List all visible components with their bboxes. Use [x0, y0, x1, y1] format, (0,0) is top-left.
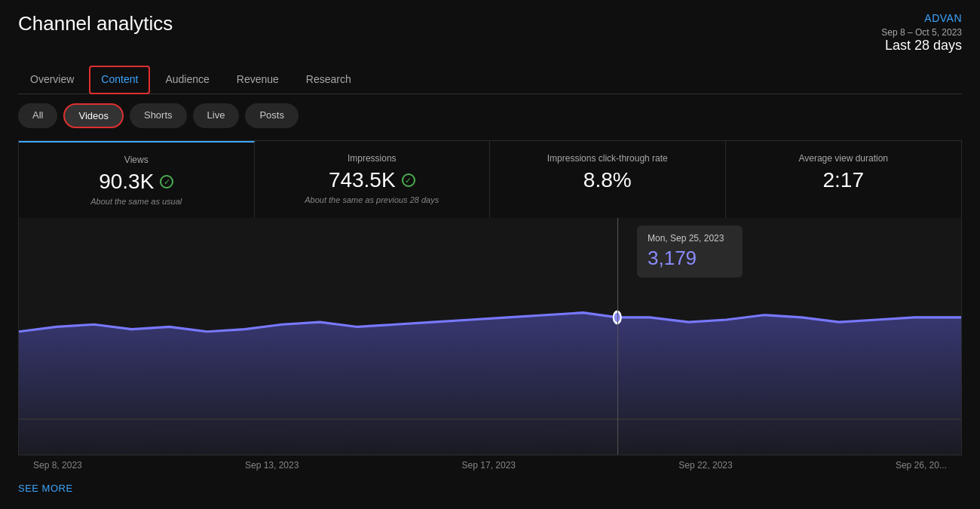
subtab-live[interactable]: Live — [193, 103, 240, 128]
metric-impressions-value: 743.5K ✓ — [270, 168, 475, 192]
tooltip-date: Mon, Sep 25, 2023 — [648, 233, 732, 244]
advan-link[interactable]: ADVAN — [924, 12, 962, 24]
x-axis-labels: Sep 8, 2023 Sep 13, 2023 Sep 17, 2023 Se… — [18, 455, 962, 475]
metric-views: Views 90.3K ✓ About the same as usual — [19, 141, 255, 218]
chart-area — [19, 313, 961, 455]
subtab-shorts[interactable]: Shorts — [130, 103, 187, 128]
chart-tooltip: Mon, Sep 25, 2023 3,179 — [637, 225, 743, 277]
metric-views-label: Views — [34, 155, 239, 165]
subtab-posts[interactable]: Posts — [245, 103, 299, 128]
date-range-label: Sep 8 – Oct 5, 2023 — [881, 27, 962, 38]
impressions-check-icon: ✓ — [402, 173, 415, 187]
metric-ctr-label: Impressions click-through rate — [505, 153, 710, 164]
tab-revenue[interactable]: Revenue — [225, 66, 291, 94]
sub-tabs: All Videos Shorts Live Posts — [18, 103, 962, 128]
x-label-0: Sep 8, 2023 — [33, 460, 82, 471]
nav-tabs: Overview Content Audience Revenue Resear… — [18, 66, 962, 94]
subtab-all[interactable]: All — [18, 103, 57, 128]
metric-views-sub: About the same as usual — [34, 197, 239, 206]
metric-avg-duration: Average view duration 2:17 — [726, 141, 962, 218]
chart-divider — [617, 218, 618, 455]
header-row: Channel analytics ADVAN Sep 8 – Oct 5, 2… — [18, 12, 962, 54]
tab-overview[interactable]: Overview — [18, 66, 86, 94]
subtab-videos[interactable]: Videos — [63, 103, 124, 128]
tab-research[interactable]: Research — [294, 66, 363, 94]
date-range-value: Last 28 days — [885, 38, 962, 53]
metrics-row: Views 90.3K ✓ About the same as usual Im… — [18, 140, 962, 218]
page-title: Channel analytics — [18, 12, 173, 35]
tooltip-value: 3,179 — [648, 247, 732, 270]
views-check-icon: ✓ — [160, 175, 173, 189]
top-right: ADVAN Sep 8 – Oct 5, 2023 Last 28 days — [881, 12, 962, 54]
metric-impressions: Impressions 743.5K ✓ About the same as p… — [255, 141, 491, 218]
chart-container[interactable]: Mon, Sep 25, 2023 3,179 — [18, 218, 962, 455]
x-label-1: Sep 13, 2023 — [245, 460, 299, 471]
x-label-3: Sep 22, 2023 — [678, 460, 732, 471]
see-more-link[interactable]: SEE MORE — [18, 475, 962, 497]
tab-audience[interactable]: Audience — [153, 66, 221, 94]
metric-impressions-sub: About the same as previous 28 days — [270, 195, 475, 204]
metric-views-value: 90.3K ✓ — [34, 170, 239, 194]
x-label-4: Sep 26, 20... — [896, 460, 947, 471]
metric-ctr: Impressions click-through rate 8.8% — [490, 141, 726, 218]
chart-svg — [19, 218, 961, 455]
metric-avg-duration-value: 2:17 — [741, 168, 947, 192]
metric-impressions-label: Impressions — [270, 153, 475, 164]
x-label-2: Sep 17, 2023 — [462, 460, 516, 471]
metric-ctr-value: 8.8% — [505, 168, 710, 192]
page-container: Channel analytics ADVAN Sep 8 – Oct 5, 2… — [0, 0, 980, 509]
date-range: Sep 8 – Oct 5, 2023 Last 28 days — [881, 27, 962, 54]
tab-content[interactable]: Content — [89, 66, 150, 94]
metric-avg-duration-label: Average view duration — [741, 153, 947, 164]
